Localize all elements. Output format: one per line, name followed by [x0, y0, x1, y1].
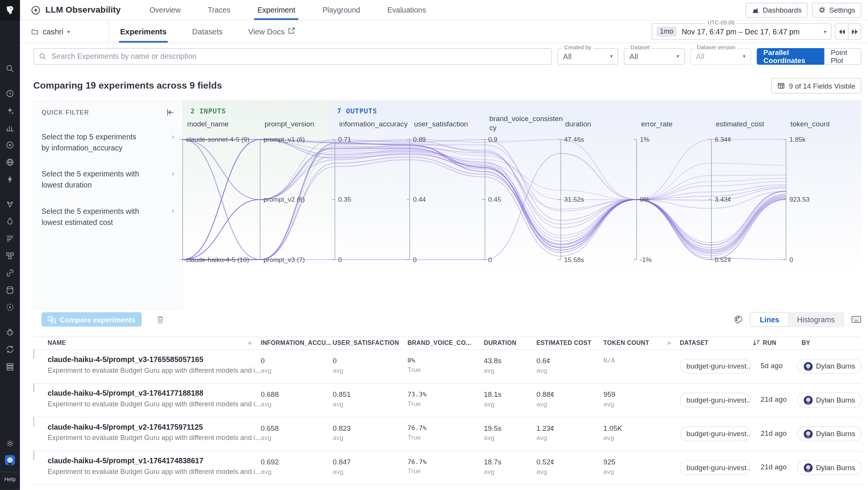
search-input[interactable] — [50, 52, 546, 61]
nav-traces[interactable]: Traces — [208, 0, 230, 20]
svg-text:0.44: 0.44 — [413, 196, 426, 203]
integrations-icon[interactable] — [5, 157, 15, 167]
experiment-name[interactable]: claude-haiku-4-5/prompt_v2-1764175971125 — [48, 423, 203, 432]
metric-sub-label: avg — [484, 468, 501, 475]
nav-overview[interactable]: Overview — [149, 0, 181, 20]
parallel-coordinates-chart[interactable]: 2 INPUTS 7 OUTPUTS claude-sonnet-4-5 (9)… — [183, 100, 861, 309]
time-forward-button[interactable] — [848, 24, 861, 39]
table-row[interactable]: claude-haiku-4-5/prompt_v1-1764174838617… — [33, 451, 862, 485]
search-icon[interactable] — [5, 64, 15, 74]
main-nav: OverviewTracesExperimentPlaygroundEvalua… — [149, 0, 426, 20]
lightning-icon[interactable] — [5, 175, 15, 184]
col-header-run[interactable]: RUN — [753, 340, 776, 346]
chevron-down-icon: ▾ — [67, 29, 70, 35]
datadog-logo[interactable] — [0, 0, 20, 21]
table-row[interactable]: claude-haiku-4-5/prompt_v3-1765585057165… — [33, 350, 862, 383]
table-row[interactable]: claude-haiku-4-5/prompt_v2-1764175971125… — [33, 417, 862, 451]
synthetics-icon[interactable] — [5, 302, 15, 312]
collapse-panel-icon[interactable] — [166, 108, 175, 116]
sparkles-icon[interactable] — [5, 106, 15, 116]
view-parallel-coordinates[interactable]: Parallel Coordinates — [757, 48, 824, 64]
quick-filter-item-3[interactable]: Select the 5 experiments with lowest est… — [42, 206, 175, 228]
metric-value: 0.52¢ — [537, 458, 554, 466]
compare-experiments-button[interactable]: Compare experiments — [42, 312, 142, 327]
metric-sub-label: avg — [484, 400, 501, 408]
help-button[interactable]: Help — [0, 472, 20, 485]
metric-user-satisfaction: 0avg — [333, 357, 343, 374]
col-header-by[interactable]: BY — [802, 340, 810, 346]
toggle-histograms[interactable]: Histograms — [788, 313, 844, 326]
col-header-dataset[interactable]: DATASET — [680, 340, 708, 346]
col-header-user-satisfaction[interactable]: USER_SATISFACTION — [333, 340, 399, 346]
row-checkbox[interactable] — [33, 383, 34, 393]
col-header-name[interactable]: NAME — [48, 340, 66, 346]
user-avatar[interactable] — [5, 455, 15, 465]
col-header-information-accuracy[interactable]: INFORMATION_ACCU... — [261, 340, 331, 346]
metric-value: 0.6¢ — [537, 357, 551, 365]
metrics-icon[interactable] — [5, 123, 15, 133]
settings-button[interactable]: Settings — [812, 3, 862, 18]
database-icon[interactable] — [5, 285, 15, 295]
nav-experiment[interactable]: Experiment — [257, 0, 295, 20]
view-point-plot[interactable]: Point Plot — [824, 48, 862, 64]
serverless-icon[interactable] — [5, 217, 15, 226]
time-range-picker[interactable]: UTC-05:00 1mo Nov 17, 6:47 pm – Dec 17, … — [651, 23, 831, 40]
double-chevron-right-icon — [851, 29, 858, 35]
gear-icon — [818, 6, 826, 14]
filter-select-dataset-version[interactable]: Dataset versionAll▾ — [690, 48, 751, 64]
delete-button[interactable] — [156, 315, 164, 324]
row-checkbox[interactable] — [33, 417, 34, 427]
metric-value: 0.847 — [333, 458, 351, 466]
dashboards-button[interactable]: Dashboards — [745, 3, 808, 18]
experiment-name[interactable]: claude-haiku-4-5/prompt_v1-1764174838617 — [48, 457, 204, 465]
collapse-columns-icon[interactable]: « — [248, 338, 252, 347]
time-back-button[interactable] — [835, 24, 848, 39]
author-pill[interactable]: Dylan Burns — [797, 460, 862, 475]
author-name: Dylan Burns — [816, 463, 855, 472]
col-header-token-count[interactable]: TOKEN COUNT — [603, 340, 649, 346]
author-pill[interactable]: Dylan Burns — [797, 393, 862, 408]
metric-estimated-cost: 0.88¢avg — [537, 390, 554, 408]
tab-experiments[interactable]: Experiments — [120, 21, 167, 43]
nav-evaluations[interactable]: Evaluations — [387, 0, 426, 20]
toggle-lines[interactable]: Lines — [751, 313, 788, 326]
experiment-name[interactable]: claude-haiku-4-5/prompt_v3-1765585057165 — [48, 356, 204, 364]
rum-icon[interactable] — [5, 344, 15, 354]
filter-select-dataset[interactable]: DatasetAll▾ — [624, 48, 685, 64]
history-icon[interactable] — [5, 89, 15, 99]
project-selector[interactable]: cashri ▾ — [20, 21, 109, 43]
logs-icon[interactable] — [5, 234, 15, 244]
quick-filter-item-1[interactable]: Select the top 5 experiments by informat… — [42, 132, 175, 154]
table-row[interactable]: claude-haiku-4-5/prompt_v3-1764177188188… — [33, 384, 862, 417]
tab-datasets[interactable]: Datasets — [192, 21, 223, 43]
apm-icon[interactable] — [5, 140, 15, 150]
processes-icon[interactable] — [5, 251, 15, 261]
row-checkbox[interactable] — [33, 349, 34, 359]
dataset-pill[interactable]: budget-guru-invest... — [680, 359, 751, 374]
author-pill[interactable]: Dylan Burns — [797, 359, 862, 374]
expand-columns-icon[interactable]: » — [667, 338, 671, 347]
row-checkbox[interactable] — [33, 451, 34, 460]
chevron-right-icon: › — [172, 169, 175, 178]
quick-filter-item-2[interactable]: Select the 5 experiments with lowest dur… — [42, 169, 175, 191]
dataset-pill[interactable]: budget-guru-invest... — [680, 426, 751, 441]
experiment-name[interactable]: claude-haiku-4-5/prompt_v3-1764177188188 — [48, 389, 204, 398]
bug-icon[interactable] — [5, 327, 15, 337]
filter-select-created-by[interactable]: Created byAll▾ — [558, 48, 618, 64]
admin-icon[interactable] — [5, 438, 15, 448]
dataset-pill[interactable]: budget-guru-invest... — [680, 460, 751, 475]
keyboard-shortcuts-icon[interactable] — [852, 315, 862, 323]
packages-icon[interactable] — [5, 362, 15, 372]
author-pill[interactable]: Dylan Burns — [797, 426, 862, 441]
link-icon[interactable] — [5, 268, 15, 278]
watchdog-icon[interactable] — [5, 199, 15, 209]
col-header-duration[interactable]: DURATION — [484, 340, 516, 346]
svg-text:0: 0 — [413, 256, 417, 264]
tab-view-docs[interactable]: View Docs — [248, 21, 295, 43]
nav-playground[interactable]: Playground — [322, 0, 360, 20]
col-header-brand-voice[interactable]: BRAND_VOICE_CO... — [407, 340, 471, 346]
col-header-estimated-cost[interactable]: ESTIMATED COST — [537, 340, 592, 346]
dataset-pill[interactable]: budget-guru-invest... — [680, 393, 751, 408]
fields-visible-button[interactable]: 9 of 14 Fields Visible — [771, 78, 862, 94]
palette-icon[interactable] — [734, 315, 743, 324]
